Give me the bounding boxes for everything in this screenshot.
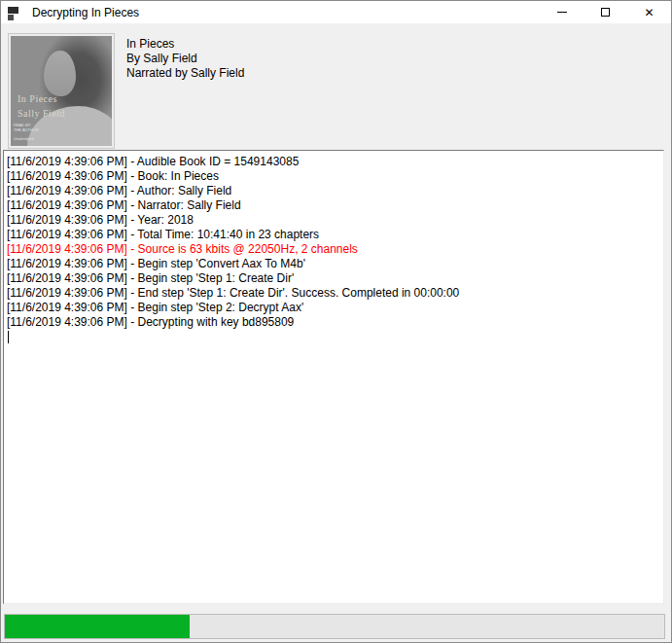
text-caret <box>8 331 9 343</box>
app-icon-square-top <box>8 7 18 14</box>
app-window: Decrypting In Pieces ✕ In Pieces Sally F… <box>0 0 672 643</box>
title-bar[interactable]: Decrypting In Pieces ✕ <box>1 1 671 23</box>
log-line: [11/6/2019 4:39:06 PM] - Source is 63 kb… <box>7 242 660 257</box>
maximize-button[interactable] <box>584 1 627 23</box>
log-line: [11/6/2019 4:39:06 PM] - Begin step 'Con… <box>7 257 660 271</box>
log-output[interactable]: [11/6/2019 4:39:06 PM] - Audible Book ID… <box>3 150 664 604</box>
book-cover-image: In Pieces Sally Field READ BY THE AUTHOR… <box>9 34 114 148</box>
window-controls: ✕ <box>540 1 671 23</box>
app-icon-square-bottom <box>8 15 14 20</box>
log-line: [11/6/2019 4:39:06 PM] - Audible Book ID… <box>7 155 660 169</box>
log-line: [11/6/2019 4:39:06 PM] - Total Time: 10:… <box>7 228 660 242</box>
progress-bar <box>4 614 665 639</box>
book-info: In Pieces By Sally Field Narrated by Sal… <box>126 37 244 81</box>
book-narrator: Narrated by Sally Field <box>126 66 244 81</box>
log-line: [11/6/2019 4:39:06 PM] - Decrypting with… <box>7 315 660 330</box>
log-line: [11/6/2019 4:39:06 PM] - Narrator: Sally… <box>7 198 660 213</box>
cover-portrait-face <box>44 51 75 96</box>
maximize-icon <box>601 8 610 17</box>
cover-author-text: Sally Field <box>18 108 65 119</box>
log-line: [11/6/2019 4:39:06 PM] - End step 'Step … <box>7 286 660 301</box>
cover-title-text: In Pieces <box>18 93 57 104</box>
book-title: In Pieces <box>126 37 244 52</box>
minimize-button[interactable] <box>540 1 584 23</box>
cover-edition-text: Unabridged <box>14 136 39 141</box>
log-line: [11/6/2019 4:39:06 PM] - Book: In Pieces <box>7 169 660 184</box>
log-caret-line <box>7 330 660 344</box>
log-line: [11/6/2019 4:39:06 PM] - Author: Sally F… <box>7 184 660 198</box>
log-line: [11/6/2019 4:39:06 PM] - Year: 2018 <box>7 213 660 228</box>
log-line: [11/6/2019 4:39:06 PM] - Begin step 'Ste… <box>7 271 660 286</box>
app-icon <box>8 5 23 20</box>
progress-fill <box>5 615 190 638</box>
cover-readby-text: READ BY THE AUTHOR <box>14 123 39 132</box>
log-line: [11/6/2019 4:39:06 PM] - Begin step 'Ste… <box>7 301 660 315</box>
close-icon: ✕ <box>644 7 654 18</box>
window-title: Decrypting In Pieces <box>32 6 139 19</box>
minimize-icon <box>557 12 567 13</box>
book-author: By Sally Field <box>126 52 244 66</box>
close-button[interactable]: ✕ <box>627 1 671 23</box>
